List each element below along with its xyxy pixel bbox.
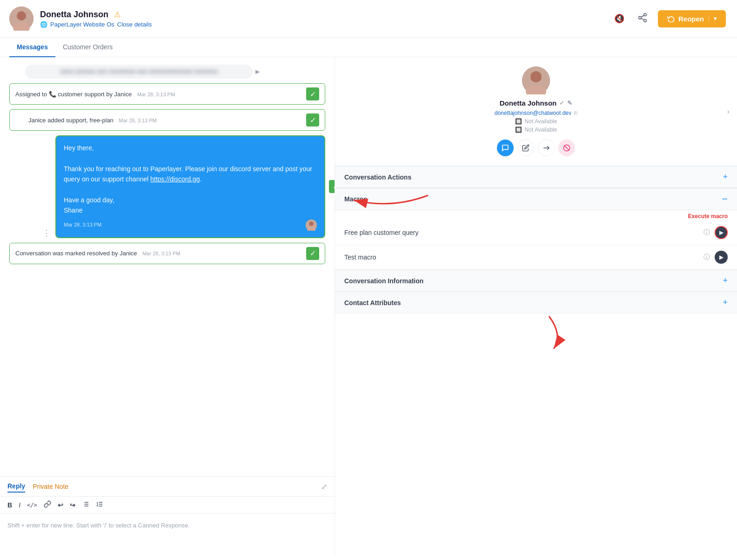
conversation-info-title: Conversation Information: [344, 277, 423, 285]
contact-avatar: [522, 67, 550, 94]
macros-header: Macros −: [335, 188, 737, 210]
code-button[interactable]: </>: [27, 502, 37, 508]
new-conversation-btn[interactable]: [497, 140, 514, 156]
svg-line-6: [641, 18, 644, 20]
contact-section: › Donetta Johnson ✓ ✎ donettajohnson@cha…: [335, 57, 737, 166]
macros-section: Macros − Execute macro Free plan custome…: [335, 188, 737, 270]
messages-area: ■■■■ ■■■■■■ ■■■ ■■■■■■■■ ■■■ ■■■■■■■■■■■…: [0, 57, 335, 476]
outgoing-msg-wrapper: ⋮ Hey there, Thank you for reaching out …: [42, 135, 325, 238]
ordered-list-button[interactable]: [96, 500, 103, 509]
conversation-actions-toggle[interactable]: +: [723, 172, 728, 182]
phone-icon: 📞: [49, 91, 56, 98]
arrow-right-icon: ▶: [255, 68, 260, 75]
main-tabs: Messages Customer Orders: [0, 38, 737, 57]
contact-action-btns: [497, 140, 575, 156]
svg-point-21: [530, 71, 542, 82]
conversation-info-section[interactable]: Conversation Information +: [335, 270, 737, 292]
undo-button[interactable]: ↩: [58, 501, 63, 509]
svg-point-9: [309, 221, 314, 226]
outgoing-message: Hey there, Thank you for reaching out to…: [55, 135, 325, 238]
reply-tabs: Reply Private Note ⤢: [0, 477, 335, 497]
execute-macro-label: Execute macro: [335, 210, 737, 220]
macro-item-2: Test macro ⓘ ▶: [335, 245, 737, 270]
resolved-status-msg: Conversation was marked resolved by Jani…: [9, 243, 325, 264]
svg-point-5: [644, 19, 647, 21]
avatar: [9, 7, 34, 31]
svg-point-3: [644, 13, 647, 15]
resolved-timestamp: Mar 28, 3:13 PM: [142, 251, 180, 256]
bold-button[interactable]: B: [7, 501, 12, 509]
svg-point-1: [17, 11, 26, 20]
reply-tab[interactable]: Reply: [7, 480, 25, 493]
main-content: ■■■■ ■■■■■■ ■■■ ■■■■■■■■ ■■■ ■■■■■■■■■■■…: [0, 57, 737, 555]
contact-na-1: 🔲 Not Available: [515, 118, 557, 125]
user-name: Donetta Johnson: [40, 10, 108, 20]
list-button[interactable]: [82, 500, 89, 509]
panel-chevron[interactable]: ›: [727, 107, 730, 116]
macro-info-2[interactable]: ⓘ: [704, 253, 710, 261]
reopen-button[interactable]: Reopen ▾: [658, 10, 726, 27]
tab-customer-orders[interactable]: Customer Orders: [55, 38, 120, 57]
share-button[interactable]: [635, 10, 650, 28]
check-badge-2: ✓: [306, 113, 319, 127]
check-badge-3: ✓: [306, 247, 319, 260]
system-blurred-msg: ■■■■ ■■■■■■ ■■■ ■■■■■■■■ ■■■ ■■■■■■■■■■■…: [25, 65, 253, 79]
redo-button[interactable]: ↪: [70, 501, 75, 509]
macro-run-2[interactable]: ▶: [715, 251, 728, 264]
contact-name: Donetta Johnson: [500, 99, 557, 107]
check-badge: ✓: [306, 87, 319, 100]
header-sub: 🌐 PaperLayer Website Os Close details: [40, 21, 152, 28]
reopen-chevron[interactable]: ▾: [709, 15, 717, 22]
header: Donetta Johnson ⚠ 🌐 PaperLayer Website O…: [0, 0, 737, 38]
assigned-timestamp: Mar 28, 3:13 PM: [137, 92, 175, 97]
more-options-icon[interactable]: ⋮: [42, 228, 51, 238]
conversation-info-toggle[interactable]: +: [723, 276, 728, 286]
macro-name-1: Free plan customer query: [344, 229, 419, 236]
copy-email-icon[interactable]: ⎘: [574, 110, 577, 116]
system-msg-row: ■■■■ ■■■■■■ ■■■ ■■■■■■■■ ■■■ ■■■■■■■■■■■…: [25, 65, 309, 79]
macros-title: Macros: [344, 195, 367, 203]
msg-line-3: Have a good day,: [64, 195, 317, 205]
svg-line-24: [564, 146, 569, 150]
contact-attributes-title: Contact Attributes: [344, 299, 401, 307]
svg-point-4: [639, 16, 642, 19]
msg-timestamp: Mar 28, 3:13 PM: [64, 221, 101, 229]
mute-button[interactable]: 🔇: [611, 11, 627, 27]
macro-item-1: Free plan customer query ⓘ ▶: [335, 220, 737, 245]
italic-button[interactable]: I: [19, 501, 20, 509]
msg-line-1: Hey there,: [64, 143, 317, 153]
macro-info-1[interactable]: ⓘ: [704, 228, 710, 237]
reply-input-placeholder[interactable]: Shift + enter for new line. Start with '…: [0, 513, 335, 555]
header-left: Donetta Johnson ⚠ 🌐 PaperLayer Website O…: [9, 7, 152, 31]
contact-na-2: 🔲 Not Available: [515, 127, 557, 133]
platform-name[interactable]: PaperLayer Website Os: [50, 21, 114, 28]
added-support-timestamp: Mar 28, 3:13 PM: [119, 118, 156, 123]
reply-box: Reply Private Note ⤢ B I </> ↩ ↪: [0, 476, 335, 555]
na-icon-1: 🔲: [515, 118, 522, 125]
contact-email: donettajohnson@chatwoot.dev: [495, 110, 571, 116]
tab-messages[interactable]: Messages: [9, 38, 55, 57]
conversation-actions-section[interactable]: Conversation Actions +: [335, 166, 737, 188]
merge-contact-btn[interactable]: [538, 140, 555, 156]
header-actions: 🔇 Reopen ▾: [611, 10, 726, 28]
outgoing-check-badge: ✓: [329, 180, 335, 193]
reply-toolbar: B I </> ↩ ↪: [0, 497, 335, 513]
msg-line-4: Shane: [64, 205, 317, 215]
private-note-tab[interactable]: Private Note: [33, 481, 68, 492]
contact-attributes-section[interactable]: Contact Attributes +: [335, 292, 737, 313]
close-details-link[interactable]: Close details: [117, 21, 152, 28]
expand-icon[interactable]: ⤢: [321, 482, 327, 491]
macro-run-1[interactable]: ▶: [715, 226, 728, 239]
macros-toggle[interactable]: −: [722, 194, 728, 204]
na-icon-2: 🔲: [515, 127, 522, 133]
contact-attributes-toggle[interactable]: +: [723, 298, 728, 307]
assigned-status-msg: Assigned to 📞 customer support by Janice…: [9, 83, 325, 105]
block-contact-btn[interactable]: [558, 140, 575, 156]
edit-contact-btn[interactable]: [517, 140, 534, 156]
verify-icon: ✓: [559, 100, 564, 107]
link-button[interactable]: [44, 500, 51, 509]
conversation-actions-title: Conversation Actions: [344, 173, 411, 181]
edit-icon[interactable]: ✎: [567, 100, 572, 107]
sender-avatar: [306, 220, 317, 231]
discord-link[interactable]: https://discord.gg: [150, 175, 200, 183]
